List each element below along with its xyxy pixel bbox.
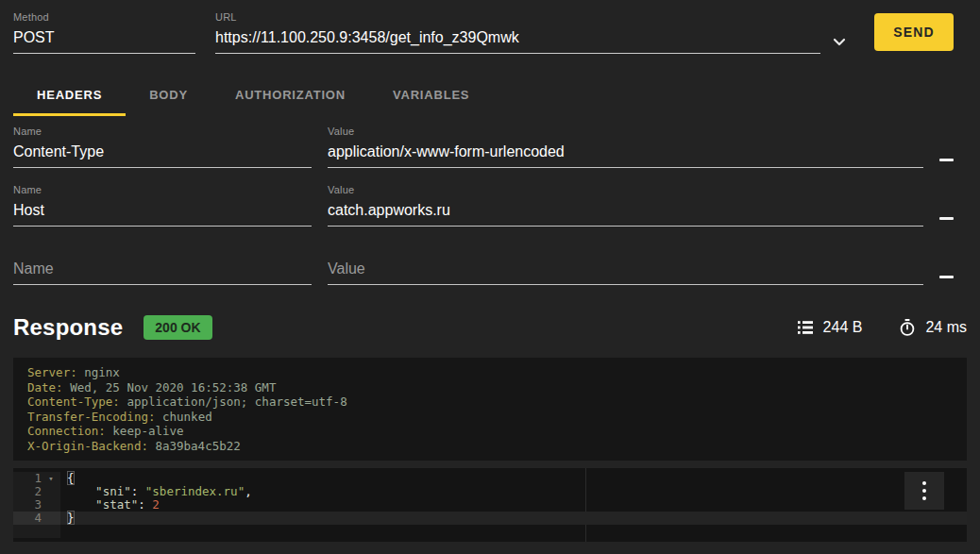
tab-headers[interactable]: HEADERS — [13, 76, 126, 116]
minus-icon — [939, 217, 954, 220]
status-badge: 200 OK — [144, 315, 211, 340]
fold-arrow-icon[interactable] — [42, 498, 60, 512]
response-time-value: 24 ms — [925, 319, 967, 336]
response-header-key: Transfer-Encoding: — [27, 410, 155, 424]
header-value-input[interactable] — [328, 140, 923, 168]
tab-label: BODY — [149, 88, 188, 102]
header-row: Name Value — [0, 124, 980, 182]
token-punc — [67, 497, 95, 512]
url-dropdown-button[interactable] — [826, 30, 853, 55]
header-name-input[interactable] — [13, 257, 312, 285]
response-header-key: X-Origin-Backend: — [27, 439, 148, 453]
header-name-label — [13, 243, 312, 257]
request-tabs: HEADERS BODY AUTHORIZATION VARIABLES — [0, 76, 980, 116]
editor-menu-button[interactable] — [904, 472, 944, 510]
response-header-key: Server: — [27, 365, 77, 379]
editor-line[interactable]: 4 } — [13, 512, 967, 525]
token-str: "sberindex.ru" — [145, 484, 245, 498]
response-header-value: nginx — [84, 365, 120, 379]
header-value-input[interactable] — [328, 257, 923, 285]
url-input[interactable] — [215, 25, 820, 54]
tab-label: AUTHORIZATION — [235, 88, 346, 102]
editor-code-line: { — [60, 472, 967, 485]
url-field: URL — [215, 11, 820, 54]
response-header-key: Connection: — [27, 424, 106, 438]
request-headers-list: Name Value Name Value — [0, 124, 980, 299]
url-label: URL — [215, 11, 820, 25]
token-num: 2 — [152, 497, 160, 512]
response-header-line: Date: Wed, 25 Nov 2020 16:52:38 GMT — [27, 380, 953, 395]
token-punc: : — [138, 497, 152, 512]
response-time: 24 ms — [898, 318, 967, 337]
editor-gutter-cell: 1 ▾ — [13, 472, 60, 485]
token-bracket: { — [67, 471, 75, 485]
tab-variables[interactable]: VARIABLES — [369, 76, 493, 116]
token-punc — [67, 484, 95, 498]
editor-line[interactable]: 3 "stat": 2 — [13, 498, 967, 512]
response-size: 244 B — [796, 318, 863, 337]
timer-icon — [898, 318, 917, 337]
header-row — [0, 241, 980, 299]
remove-header-button[interactable] — [935, 148, 957, 171]
response-header-value: chunked — [162, 410, 212, 424]
editor-line[interactable]: 1 ▾ { — [13, 472, 967, 485]
header-name-input[interactable] — [13, 198, 312, 227]
response-header-value: 8a39ba4c5b22 — [155, 439, 240, 453]
editor-gutter-cell: 4 — [13, 512, 60, 525]
method-field: Method — [13, 11, 195, 54]
editor-code-pad — [60, 525, 967, 538]
send-button[interactable]: SEND — [874, 13, 954, 51]
method-input[interactable] — [13, 25, 195, 54]
header-name-input[interactable] — [13, 140, 312, 168]
token-punc: , — [245, 484, 252, 498]
response-header-key: Date: — [27, 380, 63, 395]
method-label: Method — [13, 11, 195, 25]
header-value-label: Value — [328, 126, 923, 140]
editor-gutter-pad — [13, 525, 60, 538]
editor-gutter-cell: 3 — [13, 498, 60, 512]
chevron-down-icon — [828, 42, 851, 56]
size-icon — [796, 318, 815, 337]
fold-arrow-icon[interactable] — [42, 485, 60, 498]
token-key: "sni" — [95, 484, 131, 498]
fold-arrow-icon[interactable] — [42, 512, 60, 525]
remove-header-button[interactable] — [935, 207, 957, 229]
editor-code-line: "stat": 2 — [60, 498, 967, 512]
response-headers-block: Server: nginx Date: Wed, 25 Nov 2020 16:… — [13, 358, 967, 461]
fold-arrow-icon[interactable]: ▾ — [42, 472, 60, 485]
tab-label: VARIABLES — [393, 88, 469, 102]
tab-body[interactable]: BODY — [126, 76, 211, 116]
header-row: Name Value — [0, 182, 980, 241]
response-header-line: Transfer-Encoding: chunked — [27, 410, 953, 425]
header-value-label: Value — [328, 184, 923, 198]
token-punc: : — [131, 484, 145, 498]
header-value-field: Value — [328, 184, 923, 227]
line-number: 2 — [13, 485, 42, 498]
response-size-value: 244 B — [823, 319, 863, 336]
minus-icon — [939, 159, 954, 161]
kebab-menu-icon — [922, 481, 926, 500]
header-name-field: Name — [13, 184, 312, 227]
response-header-value: keep-alive — [112, 424, 183, 438]
remove-header-button[interactable] — [935, 265, 957, 288]
request-bar: Method URL SEND — [0, 0, 980, 55]
header-name-label: Name — [13, 184, 312, 198]
response-header-line: Server: nginx — [27, 365, 953, 380]
token-bracket: } — [67, 511, 75, 525]
header-value-input[interactable] — [328, 198, 923, 227]
header-name-label: Name — [13, 126, 312, 140]
tab-authorization[interactable]: AUTHORIZATION — [211, 76, 369, 116]
editor-code-line: } — [60, 512, 967, 525]
response-header-value: Wed, 25 Nov 2020 16:52:38 GMT — [70, 380, 276, 395]
response-header-line: Content-Type: application/json; charset=… — [27, 395, 953, 410]
line-number: 1 — [13, 472, 42, 485]
line-number: 4 — [13, 512, 42, 525]
response-body-editor[interactable]: 1 ▾ { 2 "sni": "sberindex.ru", 3 "stat":… — [13, 468, 967, 542]
tab-label: HEADERS — [37, 88, 102, 102]
minus-icon — [939, 276, 954, 278]
editor-padding-row — [13, 525, 967, 538]
response-header-line: X-Origin-Backend: 8a39ba4c5b22 — [27, 439, 953, 454]
editor-line[interactable]: 2 "sni": "sberindex.ru", — [13, 485, 967, 498]
editor-lines: 1 ▾ { 2 "sni": "sberindex.ru", 3 "stat":… — [13, 472, 967, 525]
response-title: Response — [13, 314, 123, 341]
